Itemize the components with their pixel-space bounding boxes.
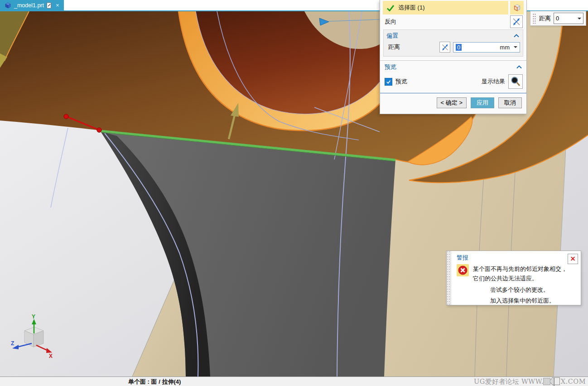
apply-button[interactable]: 应用	[471, 97, 494, 108]
distance-value: 0	[456, 44, 462, 51]
collapse-chevron-icon[interactable]	[516, 65, 522, 69]
nx-window: Y Z X _model1.prt ×	[0, 0, 588, 386]
distance-label: 距离	[388, 43, 437, 51]
offset-section: 偏置 距离 0 mm	[383, 29, 523, 57]
alert-drag-grip[interactable]	[447, 251, 451, 305]
reverse-arrows-icon	[511, 17, 521, 27]
tab-close-icon[interactable]: ×	[56, 2, 59, 9]
tab-modified-icon	[47, 2, 52, 9]
x-axis-label: X	[49, 353, 53, 359]
distance-mini-toolbar: 距离 0	[530, 11, 586, 26]
alert-close-button[interactable]: ✕	[568, 254, 578, 264]
select-face-row: 选择面 (1)	[383, 1, 524, 14]
offset-section-title: 偏置	[386, 32, 514, 40]
alert-message-line2: 它们的公共边无法适应。	[473, 274, 567, 283]
alert-title: 警报	[457, 254, 577, 262]
preview-section: 预览 预览 显示结果	[380, 60, 526, 92]
drag-grip-icon[interactable]	[533, 14, 536, 24]
ok-button[interactable]: < 确定 >	[437, 97, 467, 108]
document-tab[interactable]: _model1.prt ×	[0, 0, 64, 10]
distance-input[interactable]: 0 mm	[453, 42, 520, 53]
preview-checkbox-label: 预览	[395, 77, 407, 86]
mini-distance-dropdown[interactable]: 0	[554, 13, 583, 24]
preview-section-title: 预览	[385, 63, 516, 71]
reverse-direction-button[interactable]	[510, 15, 523, 28]
cancel-button[interactable]: 取消	[498, 97, 522, 108]
dropdown-caret-icon[interactable]	[514, 46, 517, 50]
dropdown-caret-icon	[578, 18, 581, 21]
cube-face-icon	[513, 2, 521, 13]
alert-message-line3: 尝试多个较小的更改。	[490, 285, 577, 295]
preview-row: 预览 显示结果	[380, 72, 526, 92]
tab-title: _model1.prt	[14, 2, 44, 9]
watermark-icon	[552, 377, 560, 385]
check-icon	[386, 5, 395, 11]
z-axis-label: Z	[11, 340, 14, 347]
reverse-arrows-icon	[441, 43, 449, 52]
y-axis-label: Y	[32, 314, 35, 320]
mini-distance-label: 距离	[539, 14, 551, 23]
alert-panel: 警报 ✕ 某个面不再与先前的邻近对象相交， 它们的公共边无法适应。 尝试多个较小…	[446, 251, 581, 305]
magnifier-icon	[510, 76, 521, 87]
distance-row: 距离 0 mm	[386, 41, 520, 53]
select-face-field[interactable]: 选择面 (1)	[383, 1, 508, 14]
select-face-label: 选择面 (1)	[398, 4, 425, 12]
reverse-label: 反向	[385, 18, 510, 26]
part-icon	[5, 2, 11, 9]
reverse-row: 反向	[380, 14, 526, 29]
offset-face-dialog: 选择面 (1) 反向	[380, 0, 527, 114]
face-select-mode-button[interactable]	[510, 1, 524, 14]
status-bar: 单个面 : 面 / 拉伸(4) UG爱好者论坛 WWW.UGNX.COM	[0, 376, 588, 386]
watermark-icon	[543, 378, 550, 385]
show-result-label: 显示结果	[482, 77, 505, 86]
collapse-chevron-icon[interactable]	[514, 34, 519, 38]
preview-checkbox[interactable]	[385, 78, 392, 86]
distance-unit: mm	[500, 44, 510, 51]
watermark-text: UG爱好者论坛 WWW.UGNX.COM	[474, 377, 586, 386]
distance-reverse-button[interactable]	[439, 42, 450, 53]
alert-message-line1: 某个面不再与先前的邻近对象相交，	[473, 264, 567, 274]
mini-distance-value: 0	[556, 15, 559, 22]
dialog-buttons: < 确定 > 应用 取消	[380, 93, 526, 108]
checkmark-icon	[386, 79, 391, 84]
alert-message-line4: 加入选择集中的邻近面。	[490, 295, 577, 306]
show-result-button[interactable]	[508, 74, 523, 89]
error-icon	[457, 264, 469, 276]
selection-status-text: 单个面 : 面 / 拉伸(4)	[128, 378, 181, 386]
